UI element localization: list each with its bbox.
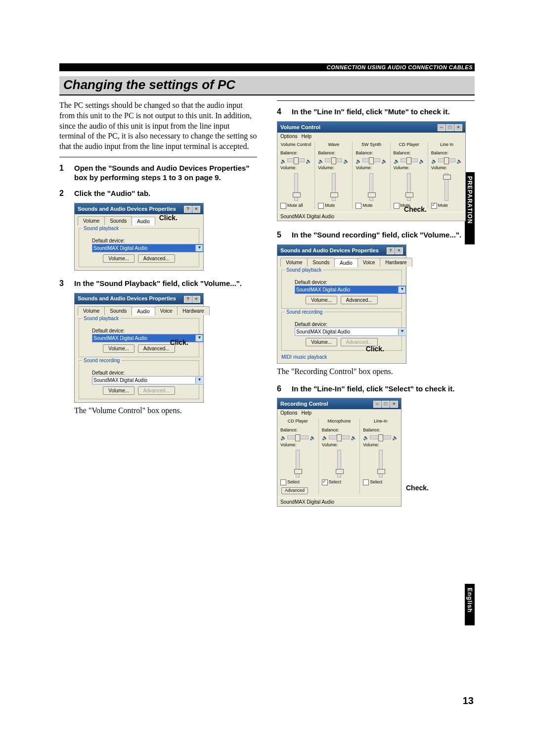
step-1-num: 1 [59, 163, 67, 183]
maximize-icon: □ [446, 124, 454, 131]
screenshot-volume-control: Volume Control –□× OptionsHelp Volume Co… [277, 121, 466, 221]
callout-click: Click. [159, 213, 178, 222]
tab-hardware: Hardware [177, 306, 209, 315]
advanced-button: Advanced... [138, 254, 175, 263]
step-4-num: 4 [277, 107, 285, 117]
window-buttons: ?× [183, 295, 200, 303]
callout-click: Click. [170, 338, 188, 347]
chevron-down-icon: ▾ [195, 377, 203, 383]
page: CONNECTION USING AUDIO CONNECTION CABLES… [0, 0, 534, 756]
advanced-button: Advanced... [138, 344, 175, 353]
step-6-num: 6 [277, 384, 285, 394]
callout-click: Click. [366, 344, 384, 353]
tab-volume: Volume [78, 306, 105, 315]
group-recording: Sound recording [82, 357, 121, 364]
step-3-below: The "Volume Control" box opens. [74, 406, 257, 416]
step-5-text: In the "Sound recording" field, click "V… [292, 230, 475, 240]
tab-sounds: Sounds [104, 306, 132, 315]
tab-sounds: Sounds [104, 216, 132, 225]
help-icon: ? [184, 206, 192, 213]
callout-check: Check. [404, 205, 427, 214]
close-icon: × [390, 401, 398, 408]
device-combo: SoundMAX Digital Audio▾ [92, 376, 204, 384]
help-icon: ? [184, 296, 192, 303]
step-2-text: Click the "Audio" tab. [74, 189, 257, 199]
step-2-num: 2 [59, 189, 67, 199]
tab-volume: Volume [78, 216, 105, 225]
section-name: CONNECTION USING AUDIO CONNECTION CABLES [327, 63, 473, 71]
dialog-title: Sounds and Audio Devices Properties [78, 205, 176, 212]
volume-button: Volume... [103, 344, 134, 353]
device-combo: SoundMAX Digital Audio▾ [92, 244, 204, 252]
screenshot-properties-3: Sounds and Audio Devices Properties ?× V… [277, 244, 406, 364]
dialog-title: Volume Control [280, 124, 320, 131]
header-bar: CONNECTION USING AUDIO CONNECTION CABLES [59, 63, 475, 71]
dialog-title: Sounds and Audio Devices Properties [280, 247, 379, 254]
tab-audio: Audio [132, 307, 155, 316]
step-4-text: In the "Line In" field, click "Mute" to … [292, 107, 475, 117]
chevron-down-icon: ▾ [195, 245, 203, 251]
window-buttons: ?× [386, 246, 403, 254]
screenshot-recording-control: Recording Control –□× OptionsHelp CD Pla… [277, 398, 401, 507]
page-heading: Changing the settings of PC [59, 76, 475, 94]
step-5-num: 5 [277, 230, 285, 240]
minimize-icon: – [438, 124, 445, 131]
left-column: The PC settings should be changed so tha… [59, 100, 257, 507]
default-device-label: Default device: [92, 237, 195, 244]
step-1-text: Open the "Sounds and Audio Devices Prope… [74, 163, 257, 183]
tab-audio: Audio [132, 217, 155, 226]
window-buttons: –□× [373, 400, 398, 408]
step-6-text: In the "Line-In" field, click "Select" t… [292, 384, 475, 394]
callout-check: Check. [406, 483, 429, 492]
close-icon: × [454, 124, 462, 131]
chevron-down-icon: ▾ [195, 335, 203, 341]
page-number: 13 [463, 695, 474, 707]
group-playback: Sound playback [82, 315, 120, 322]
close-icon: × [192, 296, 200, 303]
maximize-icon: □ [382, 401, 390, 408]
dialog-title: Recording Control [280, 400, 328, 407]
thumb-tab-english: English [465, 584, 475, 625]
intro-text: The PC settings should be changed so tha… [59, 100, 257, 152]
screenshot-properties-2: Sounds and Audio Devices Properties ?× V… [74, 293, 204, 403]
screenshot-properties-1: Sounds and Audio Devices Properties ?× V… [74, 203, 204, 271]
dialog-title: Sounds and Audio Devices Properties [78, 295, 176, 302]
window-buttons: ?× [183, 205, 200, 213]
minimize-icon: – [373, 401, 381, 408]
step-3-text: In the "Sound Playback" field, click "Vo… [74, 279, 257, 289]
heading-bar: Changing the settings of PC [59, 76, 475, 95]
close-icon: × [395, 247, 403, 254]
help-icon: ? [387, 247, 395, 254]
advanced-button: Advanced... [138, 386, 175, 395]
volume-button: Volume... [103, 254, 134, 263]
step-3-num: 3 [59, 279, 67, 289]
close-icon: × [192, 206, 200, 213]
group-playback: Sound playback [82, 225, 120, 232]
tab-voice: Voice [155, 306, 178, 315]
right-column: 4 In the "Line In" field, click "Mute" t… [277, 100, 475, 507]
volume-button: Volume... [103, 386, 134, 395]
window-buttons: –□× [437, 123, 462, 131]
thumb-tab-preparation: PREPARATION [465, 172, 475, 244]
step-5-below: The "Recording Control" box opens. [277, 367, 475, 377]
